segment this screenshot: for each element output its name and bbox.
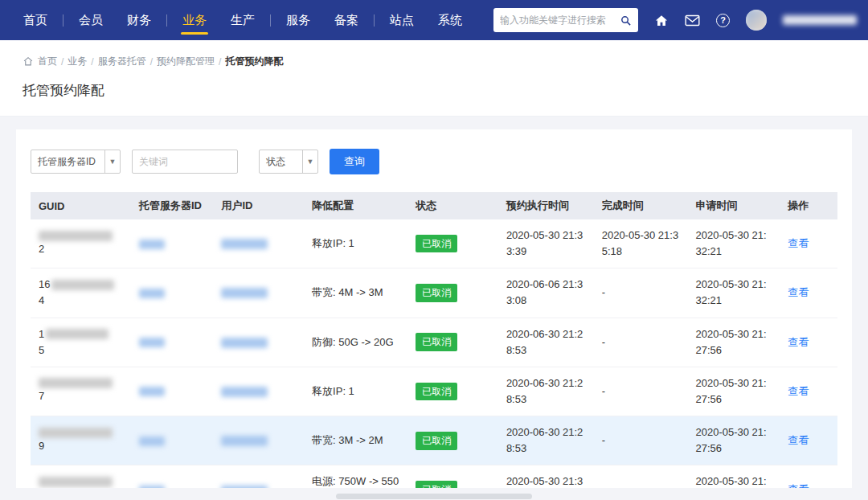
guid-visible-suffix: 4 <box>39 293 123 309</box>
view-link[interactable]: 查看 <box>788 336 809 348</box>
config-cell: 释放IP: 1 <box>304 367 407 416</box>
status-badge: 已取消 <box>416 432 457 450</box>
top-navigation-bar: 首页会员财务业务生产服务备案站点系统 ? <box>0 0 868 40</box>
status-select-value: 状态 <box>260 155 302 169</box>
breadcrumb-link[interactable]: 首页 <box>38 55 57 68</box>
complete-time-cell: - <box>594 318 688 367</box>
server-id-cell <box>131 416 213 465</box>
status-cell: 已取消 <box>407 465 498 488</box>
view-link[interactable]: 查看 <box>788 286 809 298</box>
action-cell: 查看 <box>780 416 837 465</box>
help-icon[interactable]: ? <box>716 14 730 27</box>
user-id-cell <box>213 367 304 416</box>
view-link[interactable]: 查看 <box>788 434 809 446</box>
status-cell: 已取消 <box>407 367 498 416</box>
exec-time-cell: 2020-05-30 21:33:10 <box>498 465 594 488</box>
nav-item-4-1[interactable]: 系统 <box>426 0 474 40</box>
status-cell: 已取消 <box>407 268 498 318</box>
user-id-cell <box>213 416 304 465</box>
content-card: 托管服务器ID ▼ 状态 ▼ 查询 GUID托管服务器ID用户ID降低配置状态预… <box>16 129 852 488</box>
server-id-redacted <box>139 436 165 446</box>
guid-visible-suffix: 1 <box>39 487 123 488</box>
action-cell: 查看 <box>780 465 837 488</box>
server-id-redacted <box>139 387 165 396</box>
nav-item-2-1[interactable]: 生产 <box>219 0 267 40</box>
table-row: 7释放IP: 1已取消2020-06-30 21:28:53-2020-05-3… <box>31 367 837 416</box>
table-header-row: GUID托管服务器ID用户ID降低配置状态预约执行时间完成时间申请时间操作 <box>31 192 837 219</box>
chevron-down-icon: ▼ <box>104 150 120 173</box>
nav-item-1-1[interactable]: 财务 <box>115 0 163 40</box>
status-cell: 已取消 <box>407 416 498 465</box>
nav-item-3-0[interactable]: 服务 <box>274 0 322 40</box>
server-id-redacted <box>139 338 165 347</box>
complete-time-cell: - <box>594 367 688 416</box>
breadcrumb-separator: / <box>150 56 153 68</box>
nav-item-2-0[interactable]: 业务 <box>170 0 219 40</box>
view-link[interactable]: 查看 <box>788 385 809 397</box>
guid-redacted <box>51 280 114 290</box>
breadcrumb-home-icon[interactable] <box>23 56 34 67</box>
nav-item-4-0[interactable]: 站点 <box>378 0 426 40</box>
search-input[interactable] <box>500 14 620 26</box>
nav-menu: 首页会员财务业务生产服务备案站点系统 <box>11 0 474 40</box>
user-id-redacted <box>221 387 268 397</box>
exec-time-cell: 2020-06-30 21:28:53 <box>498 416 594 465</box>
exec-time-cell: 2020-06-30 21:28:53 <box>498 318 594 367</box>
config-cell: 带宽: 3M -> 2M <box>304 416 407 465</box>
view-link[interactable]: 查看 <box>788 483 809 488</box>
username-redacted <box>783 15 857 25</box>
filter-row: 托管服务器ID ▼ 状态 ▼ 查询 <box>31 149 837 174</box>
table-row: 15防御: 50G -> 20G已取消2020-06-30 21:28:53-2… <box>31 318 837 367</box>
user-id-cell <box>213 268 304 318</box>
guid-redacted <box>46 329 108 339</box>
reservation-table: GUID托管服务器ID用户ID降低配置状态预约执行时间完成时间申请时间操作 2释… <box>31 192 837 488</box>
exec-time-cell: 2020-05-30 21:33:39 <box>498 219 594 268</box>
query-button[interactable]: 查询 <box>330 149 379 174</box>
breadcrumb-link[interactable]: 服务器托管 <box>98 55 146 68</box>
keyword-input[interactable] <box>132 150 238 174</box>
table-row: 1电源: 750W -> 550W已取消2020-05-30 21:33:10-… <box>31 465 837 488</box>
breadcrumb-link[interactable]: 预约降配管理 <box>157 55 215 68</box>
user-id-redacted <box>221 338 268 348</box>
guid-redacted <box>39 477 113 487</box>
config-cell: 防御: 50G -> 20G <box>304 318 407 367</box>
status-cell: 已取消 <box>407 219 498 268</box>
apply-time-cell: 2020-05-30 21:32:21 <box>687 219 780 268</box>
exec-time-cell: 2020-06-30 21:28:53 <box>498 367 594 416</box>
complete-time-cell: - <box>594 268 688 318</box>
nav-divider <box>63 14 63 27</box>
user-id-cell <box>213 219 304 268</box>
nav-item-0-0[interactable]: 首页 <box>11 0 59 40</box>
page-header: 首页/业务/服务器托管/预约降配管理/托管预约降配 托管预约降配 <box>0 40 868 117</box>
server-id-select-value: 托管服务器ID <box>31 155 104 169</box>
page-title: 托管预约降配 <box>23 81 845 100</box>
home-icon[interactable] <box>654 14 669 27</box>
breadcrumb-link[interactable]: 业务 <box>68 55 87 68</box>
mail-icon[interactable] <box>685 14 700 27</box>
status-select[interactable]: 状态 ▼ <box>259 150 318 174</box>
table-header-2: 用户ID <box>213 192 304 219</box>
table-header-3: 降低配置 <box>304 192 407 219</box>
breadcrumb-separator: / <box>219 56 221 68</box>
apply-time-cell: 2020-05-30 21:32:21 <box>687 268 780 318</box>
user-id-cell <box>213 465 304 488</box>
avatar[interactable] <box>746 10 767 31</box>
view-link[interactable]: 查看 <box>788 237 809 249</box>
table-header-0: GUID <box>31 192 131 219</box>
nav-item-1-0[interactable]: 会员 <box>67 0 115 40</box>
user-id-redacted <box>221 486 268 488</box>
status-badge: 已取消 <box>416 383 457 401</box>
complete-time-cell: - <box>594 416 688 465</box>
nav-divider <box>270 14 271 27</box>
apply-time-cell: 2020-05-30 21:27:56 <box>687 367 780 416</box>
horizontal-scrollbar-thumb[interactable] <box>336 494 532 499</box>
server-id-select[interactable]: 托管服务器ID ▼ <box>31 150 121 174</box>
nav-item-3-1[interactable]: 备案 <box>322 0 371 40</box>
action-cell: 查看 <box>780 268 837 318</box>
global-search[interactable] <box>493 8 638 32</box>
user-id-cell <box>213 318 304 367</box>
config-cell: 释放IP: 1 <box>304 219 407 268</box>
table-body: 2释放IP: 1已取消2020-05-30 21:33:392020-05-30… <box>31 219 837 488</box>
search-icon[interactable] <box>620 14 632 27</box>
guid-cell: 7 <box>31 367 131 416</box>
